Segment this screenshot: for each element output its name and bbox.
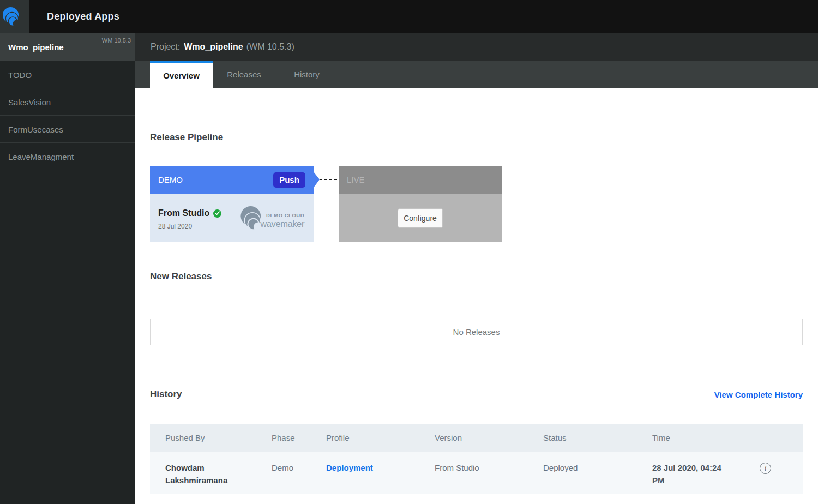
- pipeline-connector: [314, 166, 339, 242]
- sidebar-item-leavemanagment[interactable]: LeaveManagment: [0, 143, 135, 170]
- no-releases-text: No Releases: [453, 327, 500, 337]
- cell-time: 28 Jul 2020, 04:24 PM: [652, 452, 760, 494]
- cell-profile-link[interactable]: Deployment: [326, 452, 435, 494]
- history-table: Pushed By Phase Profile Version Status T…: [150, 424, 803, 494]
- app-logo[interactable]: [0, 0, 29, 33]
- tab-overview[interactable]: Overview: [150, 61, 213, 88]
- project-header: Project: Wmo_pipeline (WM 10.5.3): [135, 33, 818, 61]
- project-version: (WM 10.5.3): [246, 42, 294, 52]
- release-pipeline: DEMO Push From Studio 28 Jul 2020: [150, 166, 803, 242]
- sidebar-item-todo[interactable]: TODO: [0, 61, 135, 88]
- main-area: Project: Wmo_pipeline (WM 10.5.3) Overvi…: [135, 33, 818, 504]
- sidebar-item-formusecases[interactable]: FormUsecases: [0, 116, 135, 143]
- history-heading: History: [150, 388, 182, 401]
- history-table-header-row: Pushed By Phase Profile Version Status T…: [150, 424, 803, 452]
- sidebar-item-label: FormUsecases: [8, 125, 63, 134]
- sidebar-item-label: Wmo_pipeline: [8, 43, 64, 52]
- demo-card-header: DEMO Push: [150, 166, 314, 194]
- sidebar-item-label: LeaveManagment: [8, 152, 74, 161]
- col-time: Time: [652, 424, 760, 452]
- info-icon[interactable]: i: [760, 463, 771, 474]
- configure-button[interactable]: Configure: [398, 208, 443, 228]
- demo-phase-label: DEMO: [158, 175, 183, 184]
- brand-wavemaker-text: wavemaker: [260, 219, 304, 229]
- push-button[interactable]: Push: [273, 172, 305, 188]
- demo-version-label: From Studio: [158, 208, 209, 218]
- brand-demo-cloud-text: DEMO CLOUD: [260, 212, 304, 218]
- col-version: Version: [435, 424, 543, 452]
- cell-actions: i: [760, 452, 803, 494]
- demo-phase-card: DEMO Push From Studio 28 Jul 2020: [150, 166, 314, 242]
- tab-history[interactable]: History: [275, 61, 338, 88]
- sidebar-item-wmo-pipeline[interactable]: WM 10.5.3 Wmo_pipeline: [0, 33, 135, 61]
- live-phase-label: LIVE: [347, 175, 365, 184]
- app-title: Deployed Apps: [47, 11, 119, 22]
- dashed-connector-line: [320, 179, 339, 180]
- project-label: Project:: [151, 42, 180, 52]
- col-profile: Profile: [326, 424, 435, 452]
- sidebar-item-label: SalesVision: [8, 98, 51, 107]
- history-table-row: Chowdam Lakshmiramana Demo Deployment Fr…: [150, 452, 803, 494]
- sidebar-item-salesvision[interactable]: SalesVision: [0, 88, 135, 116]
- tab-bar: Overview Releases History: [135, 61, 818, 88]
- live-phase-card: LIVE Configure: [339, 166, 502, 242]
- overview-panel: Release Pipeline DEMO Push From Studio: [135, 88, 818, 504]
- demo-card-body: From Studio 28 Jul 2020 DEMO CLOUD wavem…: [150, 194, 314, 242]
- no-releases-box: No Releases: [150, 319, 803, 345]
- new-releases-heading: New Releases: [150, 270, 803, 283]
- sidebar-item-label: TODO: [8, 70, 32, 80]
- wavemaker-logo-icon: [2, 7, 21, 26]
- view-complete-history-link[interactable]: View Complete History: [714, 390, 803, 399]
- release-pipeline-heading: Release Pipeline: [150, 88, 803, 144]
- col-pushed-by: Pushed By: [150, 424, 272, 452]
- cell-status: Deployed: [543, 452, 652, 494]
- project-name: Wmo_pipeline: [184, 42, 243, 52]
- sidebar: WM 10.5.3 Wmo_pipeline TODO SalesVision …: [0, 33, 135, 504]
- col-status: Status: [543, 424, 652, 452]
- live-card-body: Configure: [339, 194, 502, 242]
- demo-cloud-brand: DEMO CLOUD wavemaker: [239, 206, 304, 230]
- col-actions: [760, 424, 803, 452]
- live-card-header: LIVE: [339, 166, 502, 194]
- tab-releases[interactable]: Releases: [213, 61, 275, 88]
- cell-version: From Studio: [435, 452, 543, 494]
- project-version-badge: WM 10.5.3: [102, 37, 131, 44]
- demo-deploy-date: 28 Jul 2020: [158, 223, 221, 230]
- success-check-icon: [213, 209, 221, 218]
- cell-pushed-by: Chowdam Lakshmiramana: [150, 452, 272, 494]
- top-bar: Deployed Apps: [0, 0, 818, 33]
- cell-phase: Demo: [272, 452, 326, 494]
- col-phase: Phase: [272, 424, 326, 452]
